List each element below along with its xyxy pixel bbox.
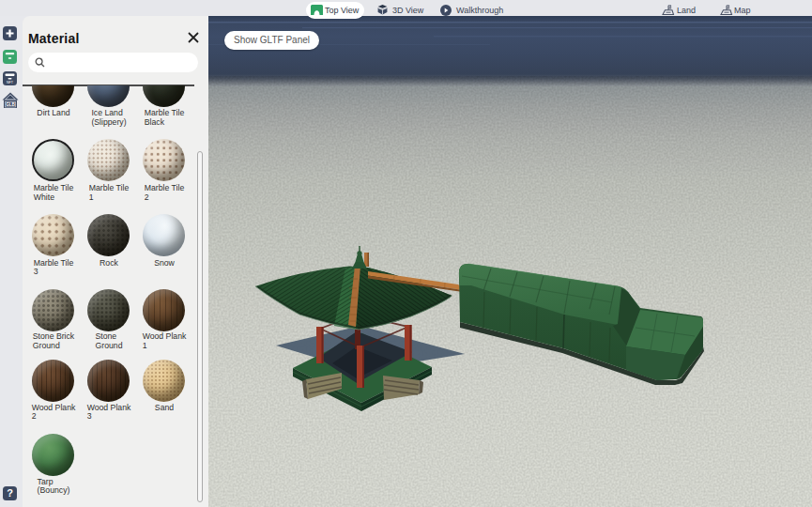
svg-text:GLB: GLB: [6, 102, 15, 107]
svg-text:NFT: NFT: [7, 81, 14, 84]
